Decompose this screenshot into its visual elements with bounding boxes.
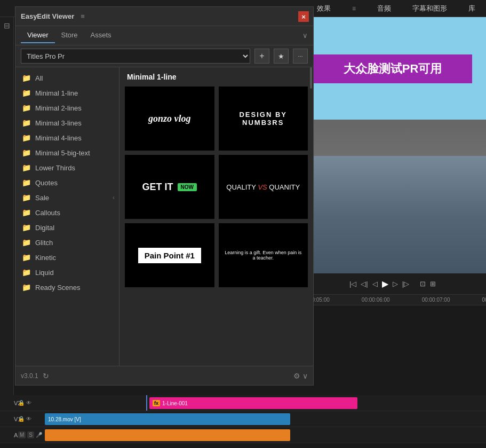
audio-clip-1[interactable] [45, 429, 290, 441]
thumbnail-quality[interactable]: QUALITY VS QUANITY [219, 155, 308, 219]
sidebar-item-callouts[interactable]: 📁 Callouts [15, 205, 119, 220]
track-v2-area[interactable]: fx 1-Line-001 [43, 395, 486, 411]
folder-icon-ready: 📁 [22, 283, 31, 292]
sidebar-item-minimal5[interactable]: 📁 Minimal 5-big-text [15, 145, 119, 160]
add-button[interactable]: + [254, 49, 269, 64]
tab-dropdown-icon[interactable]: ∨ [302, 32, 308, 40]
track-a1-mic[interactable]: 🎤 [36, 432, 42, 438]
expand2-button[interactable]: ⊞ [430, 280, 436, 288]
folder-icon-lower: 📁 [22, 163, 31, 172]
menu-item-audio[interactable]: 音频 [377, 4, 391, 13]
track-a1-s[interactable]: S [27, 431, 34, 438]
video-clip-1[interactable]: 10.28.mov [V] [45, 413, 290, 425]
thumbnail-pain[interactable]: Pain Point #1 [125, 223, 214, 287]
track-a1-area[interactable] [43, 427, 486, 443]
settings-button[interactable]: ⚙ ∨ [293, 372, 308, 380]
thumbnail-gonzo[interactable]: gonzo vlog [125, 87, 214, 151]
fx-clip-label: 1-Line-001 [162, 400, 188, 406]
scroll-indicator[interactable] [310, 67, 312, 89]
sidebar-item-minimal2[interactable]: 📁 Minimal 2-lines [15, 100, 119, 115]
refresh-button[interactable]: ↻ [43, 372, 49, 380]
menu-item-effects[interactable]: 效果 [317, 4, 331, 13]
sidebar-item-kinetic[interactable]: 📁 Kinetic [15, 250, 119, 265]
close-button[interactable]: × [298, 11, 309, 22]
sidebar-item-all[interactable]: 📁 All [15, 70, 119, 85]
track-v1-label: V1 [0, 416, 16, 422]
tab-store[interactable]: Store [55, 28, 84, 43]
folder-icon-minimal5: 📁 [22, 148, 31, 157]
panel-title-bar: EasyEdit Viewer ≡ × [15, 7, 313, 26]
sidebar-item-digital[interactable]: 📁 Digital [15, 220, 119, 235]
playback-controls: |◁ ◁| ◁ ▶ ▷ |▷ ⊡ ⊞ [299, 273, 486, 295]
left-sidebar-bar: ⊟ [0, 17, 14, 448]
folder-icon-minimal4: 📁 [22, 133, 31, 142]
track-v1-eye[interactable]: 👁 [26, 416, 31, 422]
sidebar-item-ready-scenes[interactable]: 📁 Ready Scenes [15, 280, 119, 295]
panel-body: 📁 All 📁 Minimal 1-line 📁 Minimal 2-lines… [15, 67, 313, 366]
thumbnail-design[interactable]: DESIGN BY NUMB3RS [219, 87, 308, 151]
sidebar-item-sale[interactable]: 📁 Sale ‹ [15, 190, 119, 205]
expand1-button[interactable]: ⊡ [420, 280, 426, 288]
sidebar-item-minimal4[interactable]: 📁 Minimal 4-lines [15, 130, 119, 145]
easyed-panel: EasyEdit Viewer ≡ × Viewer Store Assets … [15, 6, 314, 386]
menu-item-captions[interactable]: 字幕和图形 [412, 4, 447, 13]
thumbnail-getit[interactable]: GET IT NOW [125, 155, 214, 219]
step-forward-button[interactable]: ▷ [393, 280, 398, 288]
folder-icon-all: 📁 [22, 74, 31, 82]
track-v2-lock[interactable]: 🔒 [18, 400, 25, 406]
track-v2-eye[interactable]: 👁 [26, 400, 31, 406]
timeline-tracks: 04:1 V2 🔒 👁 fx 1-Line-001 V1 🔒 👁 10.28. [0, 395, 486, 448]
more-button[interactable]: ··· [293, 49, 308, 64]
city-silhouette [299, 156, 486, 273]
tab-viewer[interactable]: Viewer [21, 28, 55, 43]
filter-icon[interactable]: ⊟ [4, 21, 10, 30]
step-back-button[interactable]: ◁ [372, 280, 378, 288]
track-a1: A1 M S 🎤 [0, 427, 486, 443]
panel-footer: v3.0.1 ↻ ⚙ ∨ [15, 366, 313, 385]
sidebar-item-minimal1[interactable]: 📁 Minimal 1-line [15, 85, 119, 100]
prev-keyframe-button[interactable]: ◁| [361, 280, 368, 288]
sidebar-item-liquid[interactable]: 📁 Liquid [15, 265, 119, 280]
track-v1-controls: 🔒 👁 [16, 416, 43, 422]
thumb-getit-content: GET IT NOW [142, 182, 197, 193]
sidebar-item-lower-thirds[interactable]: 📁 Lower Thirds [15, 160, 119, 175]
settings-gear-icon: ⚙ [293, 372, 300, 380]
skip-to-start-button[interactable]: |◁ [349, 280, 356, 288]
sidebar-item-glitch[interactable]: 📁 Glitch [15, 235, 119, 250]
sidebar-item-quotes[interactable]: 📁 Quotes [15, 175, 119, 190]
menu-item-library[interactable]: 库 [468, 4, 475, 13]
thumbnail-learning[interactable]: Learning is a gift. Even when pain is a … [219, 223, 308, 287]
track-v2: V2 🔒 👁 fx 1-Line-001 [0, 395, 486, 411]
sidebar-item-minimal3[interactable]: 📁 Minimal 3-lines [15, 115, 119, 130]
folder-icon-digital: 📁 [22, 223, 31, 232]
track-v2-label: V2 [0, 400, 16, 406]
fx-clip[interactable]: fx 1-Line-001 [149, 397, 357, 409]
track-v1-lock[interactable]: 🔒 [18, 416, 25, 422]
folder-icon-callouts: 📁 [22, 208, 31, 217]
track-v1-area[interactable]: 10.28.mov [V] [43, 411, 486, 427]
star-button[interactable]: ★ [274, 49, 289, 64]
track-a1-m[interactable]: M [18, 431, 26, 438]
next-keyframe-button[interactable]: |▷ [402, 280, 409, 288]
track-v1: V1 🔒 👁 10.28.mov [V] [0, 411, 486, 427]
timeline-ruler: 00:00:05:00 00:00:06:00 00:00:07:00 00:0… [299, 295, 486, 305]
content-title: Minimal 1-line [125, 73, 308, 81]
folder-icon-glitch: 📁 [22, 238, 31, 247]
folder-icon-minimal2: 📁 [22, 104, 31, 112]
preview-content: 大众脸测试PR可用 [299, 17, 486, 273]
thumb-vs-text: VS [258, 183, 267, 191]
preset-dropdown[interactable]: Titles Pro Pr [21, 49, 250, 64]
thumb-quality-text2: QUANITY [269, 183, 300, 191]
tab-assets[interactable]: Assets [84, 28, 118, 43]
play-button[interactable]: ▶ [382, 279, 388, 289]
video-clip-1-label: 10.28.mov [V] [48, 416, 81, 422]
track-a1-controls: M S 🎤 [16, 431, 43, 438]
playhead-marker[interactable] [146, 395, 147, 411]
thumb-pain-text: Pain Point #1 [138, 248, 201, 263]
thumb-getit-badge: NOW [178, 183, 197, 191]
folder-icon-quotes: 📁 [22, 178, 31, 187]
category-sidebar: 📁 All 📁 Minimal 1-line 📁 Minimal 2-lines… [15, 67, 119, 366]
panel-menu-icon[interactable]: ≡ [81, 12, 85, 20]
thumb-quality-text1: QUALITY [226, 183, 256, 191]
ruler-mark-3: 00:00:07:00 [422, 297, 450, 303]
